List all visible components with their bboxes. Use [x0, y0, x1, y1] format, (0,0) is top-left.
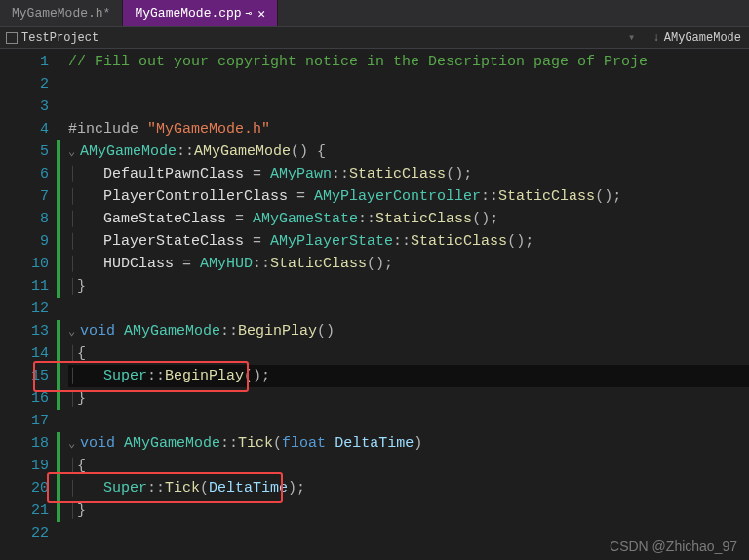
change-markers — [57, 49, 64, 560]
tab-bar: MyGameMode.h* MyGameMode.cpp ⊸ ✕ — [0, 0, 749, 27]
line-numbers: 12345678910111213141516171819202122 — [0, 49, 57, 560]
fold-icon[interactable]: ⌄ — [68, 321, 80, 343]
fold-icon[interactable]: ⌄ — [68, 141, 80, 164]
code-editor[interactable]: 12345678910111213141516171819202122 // F… — [0, 49, 749, 560]
close-icon[interactable]: ✕ — [257, 6, 265, 21]
tab-header-file[interactable]: MyGameMode.h* — [0, 0, 123, 26]
watermark: CSDN @Zhichao_97 — [610, 539, 737, 554]
fold-icon[interactable]: ⌄ — [68, 433, 80, 456]
scope-class-dropdown[interactable]: ↓ AMyGameMode — [642, 31, 749, 45]
code-content[interactable]: // Fill out your copyright notice in the… — [64, 49, 749, 560]
comment-line: // Fill out your copyright notice in the… — [68, 54, 648, 70]
project-name: TestProject — [21, 31, 99, 45]
breadcrumb-divider: ▾ — [622, 27, 642, 48]
project-icon — [6, 32, 18, 44]
pin-icon: ⊸ — [246, 7, 253, 20]
arrow-down-icon: ↓ — [653, 31, 660, 45]
scope-project-dropdown[interactable]: TestProject — [0, 31, 622, 45]
tab-cpp-file[interactable]: MyGameMode.cpp ⊸ ✕ — [123, 0, 278, 26]
scope-class: AMyGameMode — [664, 31, 741, 45]
breadcrumb: TestProject ▾ ↓ AMyGameMode — [0, 27, 749, 49]
